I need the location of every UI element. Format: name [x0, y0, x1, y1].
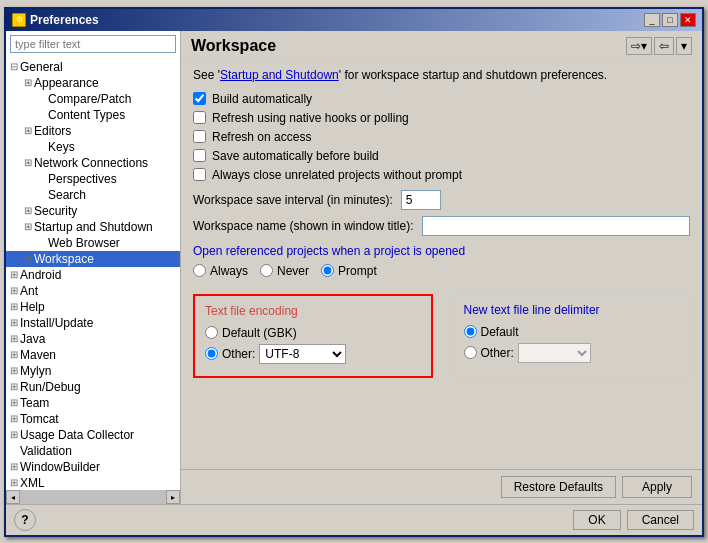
tree-item-java[interactable]: ⊞Java: [6, 331, 180, 347]
checkbox-refresh-access[interactable]: [193, 130, 206, 143]
tree-expand-mylyn[interactable]: ⊞: [8, 365, 20, 377]
tree-item-maven[interactable]: ⊞Maven: [6, 347, 180, 363]
radio-prompt[interactable]: [321, 264, 334, 277]
checkbox-refresh-native[interactable]: [193, 111, 206, 124]
tree-item-help[interactable]: ⊞Help: [6, 299, 180, 315]
checkbox-build-auto[interactable]: [193, 92, 206, 105]
tree-item-ant[interactable]: ⊞Ant: [6, 283, 180, 299]
tree-item-startup-shutdown[interactable]: ⊞Startup and Shutdown: [6, 219, 180, 235]
ok-button[interactable]: OK: [573, 510, 620, 530]
tree-expand-team[interactable]: ⊞: [8, 397, 20, 409]
tree-item-security[interactable]: ⊞Security: [6, 203, 180, 219]
scroll-right-button[interactable]: ▸: [166, 490, 180, 504]
page-title: Workspace: [191, 37, 276, 55]
tree-expand-content-types: [36, 109, 48, 121]
tree-item-editors[interactable]: ⊞Editors: [6, 123, 180, 139]
tree-item-tomcat[interactable]: ⊞Tomcat: [6, 411, 180, 427]
nav-menu-button[interactable]: ▾: [676, 37, 692, 55]
nav-back-button[interactable]: ⇦: [654, 37, 674, 55]
delimiter-default-radio[interactable]: [464, 325, 477, 338]
tree-expand-appearance[interactable]: ⊞: [22, 77, 34, 89]
help-button[interactable]: ?: [14, 509, 36, 531]
tree-item-xml[interactable]: ⊞XML: [6, 475, 180, 490]
maximize-button[interactable]: □: [662, 13, 678, 27]
tree-item-search[interactable]: Search: [6, 187, 180, 203]
tree-expand-run-debug[interactable]: ⊞: [8, 381, 20, 393]
radio-label-always: Always: [210, 264, 248, 278]
tree-expand-editors[interactable]: ⊞: [22, 125, 34, 137]
tree-item-usage-data-collector[interactable]: ⊞Usage Data Collector: [6, 427, 180, 443]
tree-item-install-update[interactable]: ⊞Install/Update: [6, 315, 180, 331]
tree-expand-workspace[interactable]: ⊞: [22, 253, 34, 265]
tree-item-web-browser[interactable]: Web Browser: [6, 235, 180, 251]
startup-shutdown-link[interactable]: Startup and Shutdown: [220, 68, 339, 82]
tree-item-keys[interactable]: Keys: [6, 139, 180, 155]
tree-expand-validation: [8, 445, 20, 457]
tree-item-network-connections[interactable]: ⊞Network Connections: [6, 155, 180, 171]
tree-expand-xml[interactable]: ⊞: [8, 477, 20, 489]
encoding-section: Text file encoding Default (GBK) Other: …: [193, 294, 433, 378]
tree-expand-android[interactable]: ⊞: [8, 269, 20, 281]
delimiter-default-label: Default: [481, 325, 519, 339]
tree-expand-ant[interactable]: ⊞: [8, 285, 20, 297]
save-interval-input[interactable]: [401, 190, 441, 210]
minimize-button[interactable]: _: [644, 13, 660, 27]
tree-label-startup-shutdown: Startup and Shutdown: [34, 220, 153, 234]
encoding-other-radio[interactable]: [205, 347, 218, 360]
tree-item-general[interactable]: ⊟General: [6, 59, 180, 75]
tree-item-mylyn[interactable]: ⊞Mylyn: [6, 363, 180, 379]
tree-label-content-types: Content Types: [48, 108, 125, 122]
tree-label-appearance: Appearance: [34, 76, 99, 90]
cancel-button[interactable]: Cancel: [627, 510, 694, 530]
encoding-title: Text file encoding: [205, 304, 421, 318]
desc-pre: See ': [193, 68, 220, 82]
delimiter-other-radio[interactable]: [464, 346, 477, 359]
tree-label-windowbuilder: WindowBuilder: [20, 460, 100, 474]
checkbox-row-save-before-build: Save automatically before build: [193, 149, 690, 163]
tree-expand-maven[interactable]: ⊞: [8, 349, 20, 361]
scroll-track[interactable]: [20, 490, 166, 504]
title-buttons: _ □ ✕: [644, 13, 696, 27]
tree-label-install-update: Install/Update: [20, 316, 93, 330]
scroll-left-button[interactable]: ◂: [6, 490, 20, 504]
tree-item-workspace[interactable]: ⊞Workspace: [6, 251, 180, 267]
restore-defaults-button[interactable]: Restore Defaults: [501, 476, 616, 498]
tree-item-appearance[interactable]: ⊞Appearance: [6, 75, 180, 91]
tree-expand-java[interactable]: ⊞: [8, 333, 20, 345]
tree-expand-windowbuilder[interactable]: ⊞: [8, 461, 20, 473]
tree-label-usage-data-collector: Usage Data Collector: [20, 428, 134, 442]
radio-always[interactable]: [193, 264, 206, 277]
open-projects-radio-group: AlwaysNeverPrompt: [193, 264, 690, 282]
tree-item-android[interactable]: ⊞Android: [6, 267, 180, 283]
tree-item-run-debug[interactable]: ⊞Run/Debug: [6, 379, 180, 395]
close-button[interactable]: ✕: [680, 13, 696, 27]
checkbox-save-before-build[interactable]: [193, 149, 206, 162]
tree-expand-install-update[interactable]: ⊞: [8, 317, 20, 329]
radio-never[interactable]: [260, 264, 273, 277]
tree-item-validation[interactable]: Validation: [6, 443, 180, 459]
tree-expand-security[interactable]: ⊞: [22, 205, 34, 217]
encoding-dropdown[interactable]: UTF-8 GBK UTF-16 ISO-8859-1: [259, 344, 346, 364]
tree-expand-general[interactable]: ⊟: [8, 61, 20, 73]
tree-expand-startup-shutdown[interactable]: ⊞: [22, 221, 34, 233]
tree-label-validation: Validation: [20, 444, 72, 458]
tree-item-compare-patch[interactable]: Compare/Patch: [6, 91, 180, 107]
nav-forward-button[interactable]: ⇨▾: [626, 37, 652, 55]
radio-label-prompt: Prompt: [338, 264, 377, 278]
tree-expand-help[interactable]: ⊞: [8, 301, 20, 313]
filter-input[interactable]: [10, 35, 176, 53]
tree-item-windowbuilder[interactable]: ⊞WindowBuilder: [6, 459, 180, 475]
workspace-name-input[interactable]: [422, 216, 690, 236]
delimiter-dropdown[interactable]: Unix Windows Mac: [518, 343, 591, 363]
apply-button[interactable]: Apply: [622, 476, 692, 498]
tree-expand-usage-data-collector[interactable]: ⊞: [8, 429, 20, 441]
tree-expand-tomcat[interactable]: ⊞: [8, 413, 20, 425]
tree-item-team[interactable]: ⊞Team: [6, 395, 180, 411]
encoding-other-label: Other:: [222, 347, 255, 361]
tree-expand-network-connections[interactable]: ⊞: [22, 157, 34, 169]
encoding-default-radio[interactable]: [205, 326, 218, 339]
tree-item-content-types[interactable]: Content Types: [6, 107, 180, 123]
checkbox-close-unrelated[interactable]: [193, 168, 206, 181]
left-panel: ⊟General⊞Appearance Compare/Patch Conten…: [6, 31, 181, 504]
tree-item-perspectives[interactable]: Perspectives: [6, 171, 180, 187]
